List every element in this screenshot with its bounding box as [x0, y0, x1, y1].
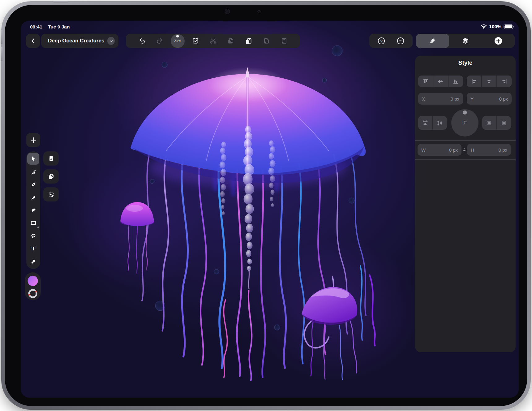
- svg-text:?: ?: [380, 39, 383, 43]
- chevron-down-icon: [107, 37, 115, 45]
- w-label: W: [421, 147, 426, 153]
- paste-inside-button[interactable]: [277, 34, 291, 48]
- h-label: H: [471, 147, 474, 153]
- flip-vertical-button[interactable]: [433, 116, 447, 130]
- flip-horizontal-button[interactable]: [418, 116, 432, 130]
- tool-shape[interactable]: [27, 217, 39, 229]
- add-object-button[interactable]: [27, 133, 40, 147]
- back-button[interactable]: [26, 34, 40, 48]
- select-marquee-button[interactable]: [189, 34, 202, 48]
- tool-text[interactable]: T: [27, 243, 39, 254]
- status-bar: 09:41 Tue 9 Jan 100%: [21, 23, 519, 31]
- w-value: 0 px: [449, 147, 458, 153]
- tool-node-select[interactable]: [27, 166, 39, 178]
- tab-style[interactable]: [426, 34, 439, 48]
- tool-lasso[interactable]: [27, 230, 39, 242]
- width-field[interactable]: W 0 px: [418, 144, 461, 156]
- plus-icon: [29, 136, 37, 144]
- select-objects-button[interactable]: [43, 151, 59, 166]
- zoom-level: 71%: [174, 39, 181, 43]
- sensor-dot: [258, 11, 260, 13]
- inspector-tabbar: [416, 34, 515, 48]
- tool-pen[interactable]: [27, 179, 39, 190]
- brush-blob-icon: [30, 207, 37, 214]
- node-arrow-icon: [30, 168, 37, 175]
- duplicate-button[interactable]: [43, 169, 59, 184]
- height-field[interactable]: H 0 px: [467, 144, 511, 156]
- document-title-button[interactable]: Deep Ocean Creatures: [41, 34, 118, 48]
- lock-ratio-button[interactable]: [461, 144, 467, 155]
- x-value: 0 px: [451, 96, 459, 102]
- place-image-button[interactable]: [43, 187, 59, 201]
- redo-button[interactable]: [153, 34, 166, 48]
- layers-icon: [461, 37, 469, 45]
- help-button[interactable]: ?: [375, 34, 388, 48]
- volume-up-button: [1, 30, 2, 44]
- tool-pencil[interactable]: [27, 192, 39, 203]
- pencil-cone-icon: [30, 194, 37, 201]
- distribute-horizontal-button[interactable]: [497, 116, 511, 130]
- text-tool-icon: T: [30, 245, 37, 252]
- align-horizontal-center-button[interactable]: [482, 76, 496, 87]
- align-vertical-center-button[interactable]: [433, 76, 448, 87]
- edit-toolbar: 71%: [126, 34, 300, 48]
- divider: [415, 159, 516, 160]
- cursor-arrow-icon: [30, 155, 37, 162]
- zoom-indicator-dot: [176, 35, 179, 37]
- wifi-icon: [481, 24, 487, 29]
- style-panel-title: Style: [415, 59, 516, 66]
- stroke-color-well[interactable]: [27, 288, 39, 300]
- eraser-icon: [30, 258, 37, 265]
- tool-eraser[interactable]: [27, 256, 39, 267]
- rotation-value: 0°: [462, 120, 467, 126]
- horizontal-align-group: [467, 76, 512, 87]
- rectangle-icon: [30, 219, 37, 226]
- ipad-device-frame: 09:41 Tue 9 Jan 100%: [1, 1, 531, 410]
- undo-button[interactable]: [135, 34, 149, 48]
- flip-group: [418, 116, 447, 130]
- more-options-button[interactable]: [394, 34, 407, 48]
- style-panel: Style X 0 px: [415, 56, 516, 352]
- clipboard-check-icon: [48, 155, 55, 162]
- x-position-field[interactable]: X 0 px: [418, 93, 463, 105]
- tool-strip: T: [26, 151, 40, 269]
- pen-nib-icon: [30, 181, 37, 188]
- paste-style-button[interactable]: [260, 34, 273, 48]
- rotation-dial[interactable]: 0°: [451, 109, 478, 136]
- front-camera: [225, 9, 230, 14]
- image-select-icon: [48, 191, 55, 198]
- align-bottom-button[interactable]: [448, 76, 463, 87]
- y-position-field[interactable]: Y 0 px: [467, 93, 512, 105]
- tab-layers[interactable]: [458, 34, 472, 48]
- tool-brush[interactable]: [27, 204, 39, 216]
- add-plus-icon: [494, 37, 503, 45]
- copy-button[interactable]: [224, 34, 238, 48]
- tool-options-dot: [37, 227, 39, 228]
- divider: [415, 140, 516, 141]
- fill-color-well[interactable]: [27, 275, 39, 288]
- volume-down-button: [1, 47, 2, 61]
- align-right-button[interactable]: [497, 76, 512, 87]
- y-value: 0 px: [499, 96, 508, 102]
- chevron-left-icon: [30, 37, 36, 44]
- tab-add[interactable]: [491, 34, 505, 48]
- zoom-level-button[interactable]: 71%: [171, 34, 185, 48]
- align-left-button[interactable]: [467, 76, 481, 87]
- status-time: 09:41: [30, 24, 42, 30]
- status-date: Tue 9 Jan: [48, 24, 70, 30]
- x-label: X: [422, 96, 425, 102]
- y-label: Y: [470, 96, 474, 102]
- distribute-group: [482, 116, 511, 130]
- tool-select[interactable]: [27, 153, 39, 165]
- vertical-align-group: [418, 76, 463, 87]
- paste-button[interactable]: [242, 34, 255, 48]
- color-wells: [25, 272, 41, 300]
- battery-percent: 100%: [489, 24, 501, 29]
- screenshot: 09:41 Tue 9 Jan 100%: [0, 0, 532, 411]
- cut-button[interactable]: [206, 34, 220, 48]
- distribute-vertical-button[interactable]: [482, 116, 496, 130]
- svg-text:T: T: [32, 245, 35, 252]
- align-top-button[interactable]: [418, 76, 433, 87]
- bezel: 09:41 Tue 9 Jan 100%: [5, 5, 527, 406]
- top-button: [53, 1, 68, 2]
